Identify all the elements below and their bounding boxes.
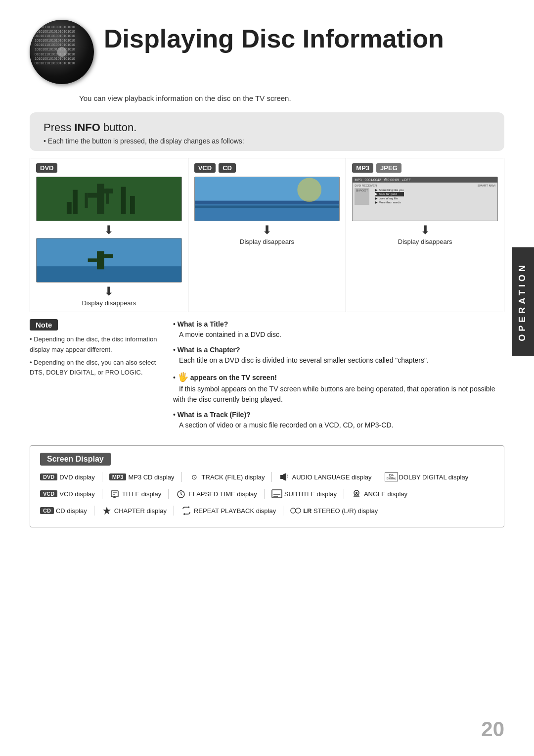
dvd-badge: DVD — [36, 163, 57, 173]
vcd-display-disappears: Display disappears — [194, 238, 340, 245]
sd-divider11 — [283, 506, 283, 516]
mp3-arrow: ⬇ — [352, 224, 498, 236]
sd-mp3-label: MP3 CD display — [128, 473, 174, 481]
svg-rect-9 — [130, 196, 135, 214]
note-box: Note Depending on the disc, the disc inf… — [30, 319, 158, 435]
sd-chapter-label: CHAPTER display — [114, 507, 167, 515]
sd-cd-label: CD display — [56, 507, 87, 515]
dvd-screen1: DVD🎬01/01 001/040⏱0:00:37🔖1/1 — [36, 177, 182, 221]
info-item-symbol: • 🖐appears on the TV screen! If this sym… — [173, 371, 504, 405]
screen-display-section: Screen Display DVD DVD display MP3 MP3 C… — [30, 445, 504, 527]
cd-badge: CD — [219, 163, 236, 173]
sd-divider1 — [102, 472, 102, 482]
svg-rect-4 — [85, 193, 88, 208]
sd-subtitle: SUBTITLE display — [271, 488, 337, 499]
sd-mp3: MP3 MP3 CD display — [109, 473, 175, 481]
vcd-badge-row: VCD CD — [194, 163, 340, 173]
page-number: 20 — [481, 717, 504, 741]
sd-title: TITLE display — [109, 488, 161, 499]
screen-display-row2: VCD VCD display TITLE display — [40, 488, 494, 499]
stereo-icon — [290, 505, 301, 516]
page-title: Displaying Disc Information — [104, 15, 444, 53]
sd-dolby-label: DOLBY DIGITAL display — [399, 473, 469, 481]
mp3-display-disappears: Display disappears — [352, 238, 498, 245]
svg-point-43 — [296, 508, 301, 513]
info-item-title: • What is a Title? A movie contained in … — [173, 319, 504, 340]
vcd-column: VCD CD VCD02/02🔊LR ↻OFF⏱0:02:30 ⬇ — [188, 158, 347, 312]
note-section: Note Depending on the disc, the disc inf… — [30, 319, 504, 435]
operation-tab: OPERATION — [512, 247, 534, 356]
sd-divider2 — [181, 472, 182, 482]
sd-repeat-label: REPEAT PLAYBACK display — [194, 507, 276, 515]
mp3-badge-row: MP3 JPEG — [352, 163, 498, 173]
vcd-arrow: ⬇ — [194, 224, 340, 236]
sd-track: ⊙ TRACK (FILE) display — [189, 472, 265, 482]
sd-angle-label: ANGLE display — [364, 490, 407, 498]
display-columns: DVD DVD🎬01/01 001/040⏱0:00:37🔖1/1 — [30, 158, 504, 312]
svg-line-31 — [181, 494, 182, 495]
svg-marker-39 — [103, 507, 111, 515]
sd-stereo: LR STEREO (L/R) display — [290, 505, 378, 516]
svg-point-42 — [291, 508, 296, 513]
sd-angle: ANGLE display — [351, 488, 407, 499]
sd-elapsed-label: ELAPSED TIME display — [188, 490, 257, 498]
track-icon: ⊙ — [189, 472, 200, 482]
dvd-screen2: DVDKO 1/3📋 OFF/02↻OFF — [36, 238, 182, 283]
jpeg-badge: JPEG — [376, 163, 401, 173]
page-header: 010101101010010101010 101010010101010101… — [0, 0, 534, 89]
svg-marker-41 — [183, 513, 185, 515]
sd-vcd-badge: VCD — [40, 490, 57, 497]
mp3-badge: MP3 — [352, 163, 373, 173]
screen-display-title: Screen Display — [40, 453, 111, 466]
svg-rect-13 — [88, 258, 97, 262]
svg-rect-5 — [106, 189, 109, 203]
subtitle-icon — [271, 488, 282, 499]
sd-repeat: REPEAT PLAYBACK display — [181, 505, 276, 516]
note-item-2: Depending on the disc, you can also sele… — [30, 358, 158, 378]
svg-rect-7 — [121, 187, 126, 214]
mp3-screen: MP3 0001/0042 ⏱0:00:09 ↻OFF DVD RECEIVER… — [352, 177, 498, 221]
svg-marker-40 — [188, 506, 190, 508]
sd-divider7 — [264, 489, 265, 499]
svg-rect-14 — [104, 254, 113, 258]
sd-cd-badge: CD — [40, 507, 54, 514]
sd-vcd: VCD VCD display — [40, 490, 95, 498]
svg-rect-16 — [195, 202, 340, 221]
svg-rect-8 — [67, 202, 72, 214]
sd-cd: CD CD display — [40, 507, 87, 515]
svg-rect-6 — [73, 190, 78, 214]
dvd-arrow2: ⬇ — [36, 285, 182, 297]
info-item-track: • What is a Track (File)? A section of v… — [173, 410, 504, 430]
sd-elapsed: ELAPSED TIME display — [176, 488, 257, 499]
note-label: Note — [30, 319, 58, 331]
repeat-icon — [181, 505, 192, 516]
page-subtitle: You can view playback information on the… — [74, 94, 534, 102]
svg-rect-20 — [280, 475, 283, 479]
svg-rect-17 — [195, 201, 340, 204]
sd-chapter: CHAPTER display — [101, 505, 167, 516]
sd-divider3 — [271, 472, 272, 482]
svg-text:): ) — [287, 475, 288, 478]
press-info-title: Press INFO button. — [44, 121, 490, 134]
sd-stereo-label: LR STEREO (L/R) display — [303, 507, 378, 515]
svg-point-18 — [297, 178, 321, 202]
sd-audio-label: AUDIO LANGUAGE display — [292, 473, 371, 481]
sd-divider4 — [379, 472, 379, 482]
sd-title-label: TITLE display — [122, 490, 161, 498]
mp3-column: MP3 JPEG MP3 0001/0042 ⏱0:00:09 ↻OFF DVD… — [346, 158, 504, 312]
chapter-icon — [101, 505, 112, 516]
sd-dolby: D> DIGITAL DOLBY DIGITAL display — [386, 472, 469, 482]
sd-dvd: DVD DVD display — [40, 473, 95, 481]
sd-vcd-label: VCD display — [59, 490, 95, 498]
sd-divider10 — [174, 506, 174, 516]
note-text: Depending on the disc, the disc informat… — [30, 334, 158, 378]
audio-icon: ) ) — [279, 472, 290, 482]
svg-marker-21 — [283, 473, 286, 481]
vcd-screen: VCD02/02🔊LR ↻OFF⏱0:02:30 — [194, 177, 340, 221]
press-info-subtitle: Each time the button is pressed, the dis… — [44, 137, 490, 145]
sd-mp3-badge: MP3 — [109, 473, 127, 480]
info-item-chapter: • What is a Chapter? Each title on a DVD… — [173, 345, 504, 366]
sd-dvd-badge: DVD — [40, 473, 57, 480]
press-info-box: Press INFO button. Each time the button … — [30, 112, 504, 151]
sd-divider5 — [102, 489, 102, 499]
